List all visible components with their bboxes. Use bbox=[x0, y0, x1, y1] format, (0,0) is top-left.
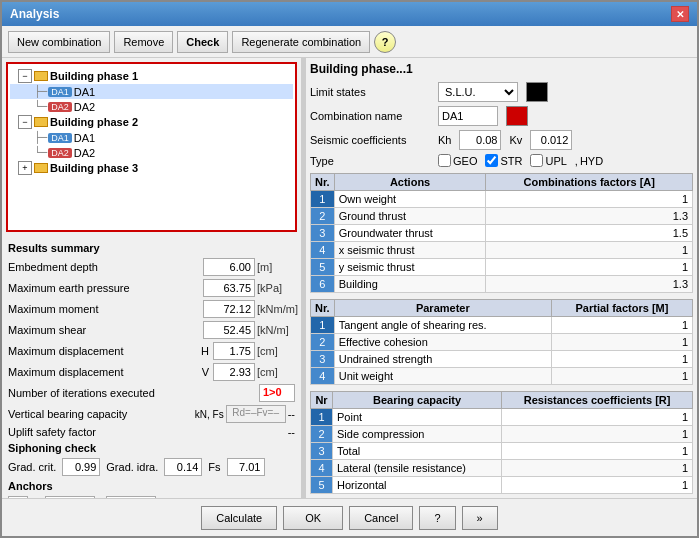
factor-1: 1 bbox=[486, 191, 693, 208]
ok-button[interactable]: OK bbox=[283, 506, 343, 530]
parameters-table: Nr. Parameter Partial factors [M] 1 Tang… bbox=[310, 299, 693, 385]
da2-badge-2: DA2 bbox=[48, 148, 72, 158]
actions-nr-header: Nr. bbox=[311, 174, 335, 191]
combination-name-row: Combination name bbox=[310, 106, 693, 126]
row-num-6: 6 bbox=[311, 276, 335, 293]
upl-hyd-separator: , bbox=[575, 155, 578, 167]
iterations-row: Number of iterations executed 1>0 bbox=[8, 384, 295, 402]
new-combination-button[interactable]: New combination bbox=[8, 31, 110, 53]
bearing-coeff-3: 1 bbox=[502, 443, 693, 460]
check-button[interactable]: Check bbox=[177, 31, 228, 53]
combination-name-input[interactable] bbox=[438, 106, 498, 126]
displacement-v-value[interactable] bbox=[213, 363, 255, 381]
displacement-h-sublabel: H bbox=[201, 345, 209, 357]
table-row: 5 y seismic thrust 1 bbox=[311, 259, 693, 276]
fs-value[interactable] bbox=[227, 458, 265, 476]
limit-states-select[interactable]: S.L.U. bbox=[438, 82, 518, 102]
embedment-value[interactable] bbox=[203, 258, 255, 276]
limit-states-color-btn[interactable] bbox=[526, 82, 548, 102]
bearing-capacity-row: Vertical bearing capacity kN, Fs Rd=–Fv=… bbox=[8, 405, 295, 423]
phase-3-expander[interactable]: + bbox=[18, 161, 32, 175]
param-num-4: 4 bbox=[311, 368, 335, 385]
max-moment-row: Maximum moment [kNm/m] bbox=[8, 300, 295, 318]
siphoning-row: Grad. crit. Grad. idra. Fs bbox=[8, 458, 295, 476]
phase-1-da2-label: DA2 bbox=[74, 101, 95, 113]
regenerate-button[interactable]: Regenerate combination bbox=[232, 31, 370, 53]
displacement-h-label: Maximum displacement bbox=[8, 345, 199, 357]
phase-2-da1-label: DA1 bbox=[74, 132, 95, 144]
tables-container: Nr. Actions Combinations factors [A] 1 O… bbox=[310, 173, 693, 494]
phase-1-da2-row[interactable]: └─ DA2 DA2 bbox=[10, 99, 293, 114]
help-bottom-button[interactable]: ? bbox=[419, 506, 455, 530]
combination-color-btn[interactable] bbox=[506, 106, 528, 126]
upl-checkbox-group: UPL bbox=[530, 154, 566, 167]
combination-name-label: Combination name bbox=[310, 110, 430, 122]
kh-input[interactable] bbox=[459, 130, 501, 150]
phase-3-label: Building phase 3 bbox=[50, 162, 138, 174]
phase-2-row[interactable]: − Building phase 2 bbox=[10, 114, 293, 130]
help-button[interactable]: ? bbox=[374, 31, 396, 53]
max-shear-label: Maximum shear bbox=[8, 324, 201, 336]
window-title: Analysis bbox=[10, 7, 59, 21]
bearing-capacity-header: Bearing capacity bbox=[333, 392, 502, 409]
bearing-table-section: Nr Bearing capacity Resistances coeffici… bbox=[310, 391, 693, 494]
grad-crit-label: Grad. crit. bbox=[8, 461, 56, 473]
bearing-coeff-5: 1 bbox=[502, 477, 693, 494]
str-checkbox[interactable] bbox=[485, 154, 498, 167]
row-num-4: 4 bbox=[311, 242, 335, 259]
seismic-label: Seismic coefficients bbox=[310, 134, 430, 146]
action-1: Own weight bbox=[334, 191, 486, 208]
phase-3-row[interactable]: + Building phase 3 bbox=[10, 160, 293, 176]
geo-checkbox[interactable] bbox=[438, 154, 451, 167]
phase-2-da1-row[interactable]: ├─ DA1 DA1 bbox=[10, 130, 293, 145]
displacement-v-unit: [cm] bbox=[257, 366, 295, 378]
grad-crit-value[interactable] bbox=[62, 458, 100, 476]
bearing-4: Lateral (tensile resistance) bbox=[333, 460, 502, 477]
uplift-label: Uplift safety factor bbox=[8, 426, 282, 438]
phase-2-label: Building phase 2 bbox=[50, 116, 138, 128]
calculate-button[interactable]: Calculate bbox=[201, 506, 277, 530]
kv-label: Kv bbox=[509, 134, 522, 146]
phase-1-row[interactable]: − Building phase 1 bbox=[10, 68, 293, 84]
type-row: Type GEO STR UPL , HYD bbox=[310, 154, 693, 167]
bearing-num-2: 2 bbox=[311, 426, 333, 443]
close-button[interactable]: ✕ bbox=[671, 6, 689, 22]
params-nr-header: Nr. bbox=[311, 300, 335, 317]
phase-1-da1-label: DA1 bbox=[74, 86, 95, 98]
remove-button[interactable]: Remove bbox=[114, 31, 173, 53]
bearing-nr-header: Nr bbox=[311, 392, 333, 409]
phase-2-expander[interactable]: − bbox=[18, 115, 32, 129]
arrow-button[interactable]: » bbox=[462, 506, 498, 530]
action-5: y seismic thrust bbox=[334, 259, 486, 276]
param-2: Effective cohesion bbox=[334, 334, 551, 351]
title-bar: Analysis ✕ bbox=[2, 2, 697, 26]
str-label: STR bbox=[500, 155, 522, 167]
cancel-button[interactable]: Cancel bbox=[349, 506, 413, 530]
displacement-h-value[interactable] bbox=[213, 342, 255, 360]
uplift-dash: -- bbox=[288, 426, 295, 438]
row-num-1: 1 bbox=[311, 191, 335, 208]
max-shear-value[interactable] bbox=[203, 321, 255, 339]
str-checkbox-group: STR bbox=[485, 154, 522, 167]
bearing-coeff-2: 1 bbox=[502, 426, 693, 443]
phase-1-da1-row[interactable]: ├─ DA1 DA1 bbox=[10, 84, 293, 99]
grad-idra-value[interactable] bbox=[164, 458, 202, 476]
anchors-header: Anchors bbox=[8, 480, 295, 492]
phase-2-da2-row[interactable]: └─ DA2 DA2 bbox=[10, 145, 293, 160]
param-num-1: 1 bbox=[311, 317, 335, 334]
building-phases-tree[interactable]: − Building phase 1 ├─ DA1 DA1 └─ DA2 DA2 bbox=[6, 62, 297, 232]
earth-pressure-unit: [kPa] bbox=[257, 282, 295, 294]
max-shear-row: Maximum shear [kN/m] bbox=[8, 321, 295, 339]
displacement-v-row: Maximum displacement V [cm] bbox=[8, 363, 295, 381]
folder-icon-3 bbox=[34, 163, 48, 173]
siphoning-header: Siphoning check bbox=[8, 442, 295, 454]
hyd-label: HYD bbox=[580, 155, 603, 167]
fs-label: Fs bbox=[208, 461, 220, 473]
phase-1-expander[interactable]: − bbox=[18, 69, 32, 83]
table-row: 2 Ground thrust 1.3 bbox=[311, 208, 693, 225]
upl-checkbox[interactable] bbox=[530, 154, 543, 167]
uplift-row: Uplift safety factor -- bbox=[8, 426, 295, 438]
max-moment-value[interactable] bbox=[203, 300, 255, 318]
earth-pressure-value[interactable] bbox=[203, 279, 255, 297]
kv-input[interactable] bbox=[530, 130, 572, 150]
